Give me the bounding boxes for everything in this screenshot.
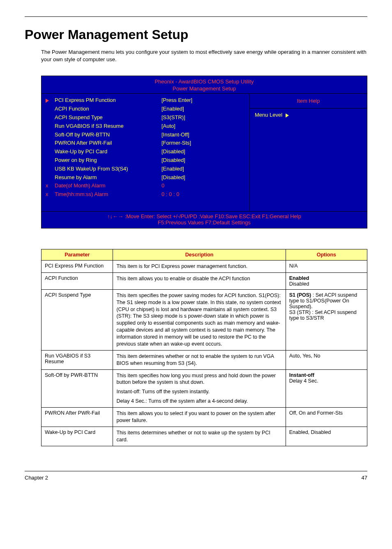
cell-description: This items determines whether or not to …: [113, 427, 286, 446]
bios-row-label: PCI Express PM Function: [55, 96, 161, 105]
bios-row-label: Run VGABIOS if S3 Resume: [55, 122, 161, 131]
bios-help-title: Item Help: [250, 94, 367, 108]
bios-footer-line1: ↑↓←→ :Move Enter: Select +/-/PU/PD :Valu…: [42, 213, 367, 219]
table-row: PWRON After PWR-FailThis item allows you…: [42, 408, 367, 427]
bios-row-label: Resume by Alarm: [55, 173, 161, 182]
bios-row-label: USB KB WakeUp From S3(S4): [55, 165, 161, 173]
bios-row-value: [Press Enter]: [161, 96, 192, 105]
cell-description: This item specifies the power saving mod…: [113, 289, 286, 350]
bios-row-value: [S3(STR)]: [161, 113, 185, 122]
bios-row-label: Soft-Off by PWR-BTTN: [55, 131, 161, 139]
footer-page-number: 47: [362, 475, 367, 481]
bios-row-value: [Enabled]: [161, 165, 184, 173]
table-row: Wake-Up by PCI CardThis items determines…: [42, 427, 367, 446]
bios-row-label: Date(of Month) Alarm: [55, 182, 161, 190]
bios-row-value: 0 : 0 : 0: [161, 190, 179, 199]
bios-row-value: [Disabled]: [161, 173, 185, 182]
cell-description: This item is for PCI Express power manag…: [113, 260, 286, 272]
cell-parameter: PCI Express PM Function: [42, 260, 113, 272]
cell-parameter: Wake-Up by PCI Card: [42, 427, 113, 446]
page-footer: Chapter 2 47: [25, 471, 367, 481]
bios-screen: Pheonix - AwardBIOS CMOS Setup Utility P…: [41, 76, 367, 228]
bios-subheader: Power Management Setup: [42, 85, 367, 94]
bios-help-panel: Item Help Menu Level: [250, 94, 367, 211]
bios-row[interactable]: ACPI Suspend Type[S3(STR)]: [46, 113, 245, 122]
bios-row[interactable]: Run VGABIOS if S3 Resume[Auto]: [46, 122, 245, 131]
cell-description: This item specifies how long you must pr…: [113, 369, 286, 408]
bios-footer: ↑↓←→ :Move Enter: Select +/-/PU/PD :Valu…: [42, 211, 367, 228]
bios-main: PCI Express PM Function[Press Enter]ACPI…: [42, 94, 367, 211]
bios-row-marker: x: [46, 182, 55, 190]
cell-parameter: ACPI Suspend Type: [42, 289, 113, 350]
header-parameter: Parameter: [42, 249, 113, 260]
bios-row[interactable]: xDate(of Month) Alarm0: [46, 182, 245, 190]
page-title: Power Management Setup: [25, 27, 367, 42]
cell-parameter: Run VGABIOS if S3 Resume: [42, 350, 113, 369]
bios-row[interactable]: xTime(hh:mm:ss) Alarm0 : 0 : 0: [46, 190, 245, 199]
bios-row-marker: x: [46, 190, 55, 199]
table-row: Soft-Off by PWR-BTTNThis item specifies …: [42, 369, 367, 408]
bios-row-value: [Auto]: [161, 122, 175, 131]
bios-row-label: Power on by Ring: [55, 156, 161, 165]
table-row: Run VGABIOS if S3 ResumeThis item determ…: [42, 350, 367, 369]
bios-row-value: 0: [161, 182, 164, 190]
intro-text: The Power Management menu lets you confi…: [41, 48, 367, 63]
bios-row[interactable]: USB KB WakeUp From S3(S4)[Enabled]: [46, 165, 245, 173]
header-options: Options: [286, 249, 367, 260]
table-row: ACPI FunctionThis item allows you to ena…: [42, 272, 367, 289]
bios-row-label: Time(hh:mm:ss) Alarm: [55, 190, 161, 199]
bios-row[interactable]: PWRON After PWR-Fail[Former-Sts]: [46, 139, 245, 148]
footer-chapter: Chapter 2: [25, 475, 48, 481]
cell-parameter: PWRON After PWR-Fail: [42, 408, 113, 427]
cell-options: Enabled, Disabled: [286, 427, 367, 446]
table-row: PCI Express PM FunctionThis item is for …: [42, 260, 367, 272]
bios-help-body: Menu Level: [250, 108, 367, 121]
bios-row[interactable]: Resume by Alarm[Disabled]: [46, 173, 245, 182]
cell-options: Off, On and Former-Sts: [286, 408, 367, 427]
menu-level-label: Menu Level: [255, 112, 282, 118]
bios-row-label: ACPI Suspend Type: [55, 113, 161, 122]
cell-options: Auto, Yes, No: [286, 350, 367, 369]
bios-row-value: [Enabled]: [161, 105, 184, 113]
triangle-right-icon: [46, 99, 49, 103]
cell-options: N/A: [286, 260, 367, 272]
table-row: ACPI Suspend TypeThis item specifies the…: [42, 289, 367, 350]
bios-row-label: PWRON After PWR-Fail: [55, 139, 161, 148]
cell-parameter: Soft-Off by PWR-BTTN: [42, 369, 113, 408]
bios-row-value: [Former-Sts]: [161, 139, 191, 148]
bios-row-label: Wake-Up by PCI Card: [55, 148, 161, 156]
bios-header: Pheonix - AwardBIOS CMOS Setup Utility: [42, 76, 367, 85]
bios-footer-line2: F5:Previous Values F7:Default Settings: [42, 219, 367, 226]
bios-row-value: [Instant-Off]: [161, 131, 189, 139]
bios-row-marker: [46, 96, 55, 105]
cell-options: Instant-offDelay 4 Sec.: [286, 369, 367, 408]
cell-parameter: ACPI Function: [42, 272, 113, 289]
top-rule: [25, 16, 367, 17]
bios-row[interactable]: Wake-Up by PCI Card[Disabled]: [46, 148, 245, 156]
bios-row[interactable]: Power on by Ring[Disabled]: [46, 156, 245, 165]
bios-row[interactable]: ACPI Function[Enabled]: [46, 105, 245, 113]
cell-description: This item allows you to select if you wa…: [113, 408, 286, 427]
cell-description: This item allows you to enable or disabl…: [113, 272, 286, 289]
bios-row-value: [Disabled]: [161, 156, 185, 165]
table-header-row: Parameter Description Options: [42, 249, 367, 260]
header-description: Description: [113, 249, 286, 260]
cell-options: EnabledDisabled: [286, 272, 367, 289]
bios-row[interactable]: Soft-Off by PWR-BTTN[Instant-Off]: [46, 131, 245, 139]
bios-left-panel: PCI Express PM Function[Press Enter]ACPI…: [42, 94, 250, 211]
cell-description: This item determines whether or not to e…: [113, 350, 286, 369]
bios-row-label: ACPI Function: [55, 105, 161, 113]
bios-row[interactable]: PCI Express PM Function[Press Enter]: [46, 96, 245, 105]
triangle-right-icon: [286, 113, 289, 118]
bios-row-value: [Disabled]: [161, 148, 185, 156]
parameter-table: Parameter Description Options PCI Expres…: [41, 249, 367, 446]
cell-options: S1 (POS) : Set ACPI suspend type to S1/P…: [286, 289, 367, 350]
